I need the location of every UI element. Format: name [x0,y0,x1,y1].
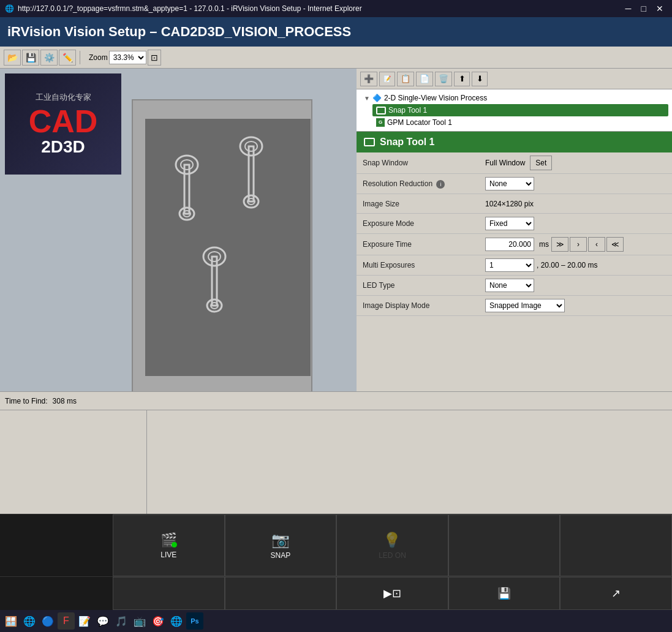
logo-subtitle: 工业自动化专家 [36,92,91,103]
exposure-time-value: ms ≫ › ‹ ≪ [485,237,666,252]
led-type-row: LED Type None LED1 LED2 [357,276,672,296]
exposure-small-up-button[interactable]: ‹ [588,237,605,252]
bottom-right-panel [147,410,672,514]
canvas-area: 工业自动化专家 CAD 2D3D [0,69,357,391]
gpm-tool-label: GPM Locator Tool 1 [387,118,452,127]
taskbar-wechat[interactable]: 💬 [94,612,111,630]
export-button[interactable]: ↗ [560,577,672,610]
toolbar-sep-1 [80,51,80,64]
exposure-time-label: Exposure Time [363,240,485,249]
maximize-button[interactable]: □ [638,4,650,13]
time-to-find-value: 308 ms [53,397,77,405]
led-type-select[interactable]: None LED1 LED2 [485,279,534,292]
snap-button[interactable]: 📷 SNAP [225,514,337,576]
image-size-row: Image Size 1024×1280 pix [357,194,672,214]
snap-tool-icon [376,107,386,115]
settings-button[interactable]: ⚙️ [40,50,58,66]
empty-row2-btn-1[interactable] [113,577,225,610]
taskbar: 🪟 🌐 🔵 F 📝 💬 🎵 📺 🎯 🌐 Ps [0,610,672,632]
bottom-spacer [0,514,113,576]
led-on-button-label: LED ON [379,551,406,560]
tree-panel: ▼ 🔷 2-D Single-View Vision Process Snap … [357,89,672,132]
gpm-tool-icon: G [376,118,385,127]
tree-snap-tool[interactable]: Snap Tool 1 [372,104,668,116]
bottom-spacer-2 [0,577,113,610]
taskbar-fanuc[interactable]: F [58,612,75,630]
live-green-dot [172,542,177,547]
taskbar-music[interactable]: 🎵 [113,612,130,630]
tree-root-label: 2-D Single-View Vision Process [384,94,487,102]
taskbar-ps[interactable]: Ps [186,612,203,630]
taskbar-start[interactable]: 🪟 [2,612,20,630]
exposure-large-up-button[interactable]: ≪ [606,237,624,252]
resolution-select[interactable]: None 2x 4x [485,177,534,190]
taskbar-word[interactable]: 📝 [76,612,93,630]
tree-gpm-tool[interactable]: G GPM Locator Tool 1 [372,116,668,129]
image-inner [145,119,311,376]
multi-exposures-row: Multi Exposures 1 2 3 , 20.00 – 20.00 ms [357,255,672,276]
title-bar: 🌐 http://127.0.0.1/?_toppage=vsfrmn.stm&… [0,0,672,17]
right-toolbar: ➕ 📝 📋 📄 🗑️ ⬆ ⬇ [357,69,672,89]
bottom-buttons-row2: ▶⊡ 💾 ↗ [0,576,672,610]
live-button-label: LIVE [160,551,176,559]
main-toolbar: 📂 💾 ⚙️ ✏️ Zoom 33.3% 50% 100% ⊡ [0,47,672,69]
copy-button[interactable]: 📋 [397,72,414,86]
exposure-small-down-button[interactable]: › [570,237,587,252]
exposure-time-input[interactable] [485,238,534,251]
save-result-button[interactable]: 💾 [448,577,561,610]
taskbar-app8[interactable]: 🎯 [149,612,167,630]
empty-row2-btn-2[interactable] [225,577,337,610]
resolution-info-icon: i [436,180,445,189]
svg-rect-11 [212,257,217,306]
move-down-button[interactable]: ⬇ [472,72,488,86]
delete-button[interactable]: 🗑️ [435,72,452,86]
image-display-select[interactable]: Snapped Image Live Image [485,299,565,312]
taskbar-ie[interactable]: 🌐 [21,612,38,630]
play-next-button[interactable]: ▶⊡ [336,577,448,610]
bottom-buttons-row1: 🎬 LIVE 📷 SNAP 💡 LED ON [0,514,672,576]
minimize-button[interactable]: ─ [622,4,635,13]
multi-exposures-select[interactable]: 1 2 3 [485,258,534,272]
taskbar-video[interactable]: 📺 [131,612,148,630]
bottom-info-area [0,410,672,514]
exposure-mode-select[interactable]: Fixed Auto [485,217,534,230]
image-viewport [132,99,312,391]
image-display-row: Image Display Mode Snapped Image Live Im… [357,296,672,316]
add-button[interactable]: ➕ [360,72,377,86]
exposure-mode-value: Fixed Auto [485,217,666,230]
empty-btn-1[interactable] [448,514,561,576]
image-display-label: Image Display Mode [363,301,485,310]
fit-button[interactable]: ⊡ [148,50,161,66]
taskbar-chrome[interactable]: 🔵 [39,612,56,630]
image-size-label: Image Size [363,200,485,208]
live-button[interactable]: 🎬 LIVE [113,514,225,576]
app-header: iRVision Vision Setup – CAD2D3D_VISION_P… [0,17,672,47]
multi-exposures-value: 1 2 3 , 20.00 – 20.00 ms [485,258,666,272]
exposure-mode-row: Exposure Mode Fixed Auto [357,214,672,234]
time-to-find-label: Time to Find: [5,397,48,405]
move-up-button[interactable]: ⬆ [454,72,470,86]
set-button[interactable]: Set [530,156,552,170]
paste-button[interactable]: 📄 [416,72,433,86]
pen-button[interactable]: ✏️ [59,50,76,66]
close-button[interactable]: ✕ [652,4,667,13]
parts-visualization [145,119,311,376]
prop-header: Snap Tool 1 [357,132,672,152]
resolution-row: Resolution Reduction i None 2x 4x [357,174,672,194]
tree-root[interactable]: ▼ 🔷 2-D Single-View Vision Process [360,92,668,104]
taskbar-ie2[interactable]: 🌐 [168,612,185,630]
zoom-select[interactable]: 33.3% 50% 100% [109,51,146,64]
browser-icon: 🌐 [5,4,14,13]
exposure-time-row: Exposure Time ms ≫ › ‹ ≪ [357,234,672,255]
app-title: iRVision Vision Setup – CAD2D3D_VISION_P… [7,24,351,40]
rename-button[interactable]: 📝 [379,72,395,86]
led-icon: 💡 [383,532,401,549]
empty-btn-2[interactable] [560,514,672,576]
snap-button-label: SNAP [271,551,291,560]
snap-window-value: Full Window Set [485,156,666,170]
led-type-value: None LED1 LED2 [485,279,666,292]
save-button[interactable]: 💾 [22,50,39,66]
exposure-large-down-button[interactable]: ≫ [551,237,568,252]
play-next-icon: ▶⊡ [383,587,401,600]
open-button[interactable]: 📂 [4,50,21,66]
